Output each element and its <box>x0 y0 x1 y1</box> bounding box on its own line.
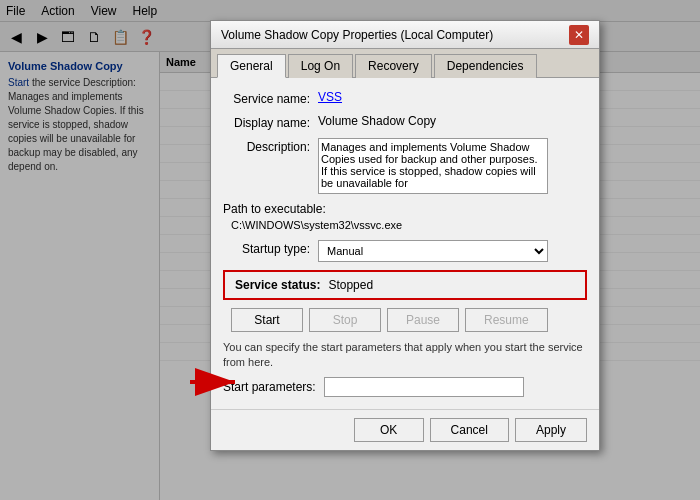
dialog-body: Service name: VSS Display name: Volume S… <box>211 78 599 409</box>
apply-button[interactable]: Apply <box>515 418 587 442</box>
service-status-box: Service status: Stopped <box>223 270 587 300</box>
startup-select[interactable]: Manual Automatic Automatic (Delayed Star… <box>318 240 548 262</box>
path-row: Path to executable: C:\WINDOWS\system32\… <box>223 202 587 232</box>
tab-dependencies[interactable]: Dependencies <box>434 54 537 78</box>
resume-button[interactable]: Resume <box>465 308 548 332</box>
description-textarea[interactable]: Manages and implements Volume Shadow Cop… <box>318 138 548 194</box>
arrow-svg <box>185 362 245 402</box>
description-label: Description: <box>223 138 318 154</box>
pause-button[interactable]: Pause <box>387 308 459 332</box>
dialog-footer: OK Cancel Apply <box>211 409 599 450</box>
path-value: C:\WINDOWS\system32\vssvc.exe <box>223 219 402 231</box>
arrow-indicator <box>185 362 245 405</box>
dialog-titlebar: Volume Shadow Copy Properties (Local Com… <box>211 21 599 49</box>
dialog-close-button[interactable]: ✕ <box>569 25 589 45</box>
service-name-label: Service name: <box>223 90 318 106</box>
dialog-tabs: General Log On Recovery Dependencies <box>211 49 599 78</box>
dialog-title: Volume Shadow Copy Properties (Local Com… <box>221 28 493 42</box>
tab-recovery[interactable]: Recovery <box>355 54 432 78</box>
ok-button[interactable]: OK <box>354 418 424 442</box>
properties-dialog: Volume Shadow Copy Properties (Local Com… <box>210 20 600 451</box>
description-row: Description: Manages and implements Volu… <box>223 138 587 194</box>
service-control-buttons: Start Stop Pause Resume <box>223 308 587 332</box>
start-params-info: You can specify the start parameters tha… <box>223 340 587 371</box>
path-label: Path to executable: <box>223 202 587 216</box>
params-row: Start parameters: <box>223 377 587 397</box>
start-button[interactable]: Start <box>231 308 303 332</box>
service-name-row: Service name: VSS <box>223 90 587 106</box>
stop-button[interactable]: Stop <box>309 308 381 332</box>
status-label: Service status: <box>235 278 320 292</box>
service-name-value: VSS <box>318 90 342 104</box>
display-name-label: Display name: <box>223 114 318 130</box>
tab-logon[interactable]: Log On <box>288 54 353 78</box>
startup-row: Startup type: Manual Automatic Automatic… <box>223 240 587 262</box>
display-name-value: Volume Shadow Copy <box>318 114 436 128</box>
startup-label: Startup type: <box>223 240 318 256</box>
cancel-button[interactable]: Cancel <box>430 418 509 442</box>
params-input[interactable] <box>324 377 524 397</box>
display-name-row: Display name: Volume Shadow Copy <box>223 114 587 130</box>
tab-general[interactable]: General <box>217 54 286 78</box>
status-value: Stopped <box>328 278 373 292</box>
